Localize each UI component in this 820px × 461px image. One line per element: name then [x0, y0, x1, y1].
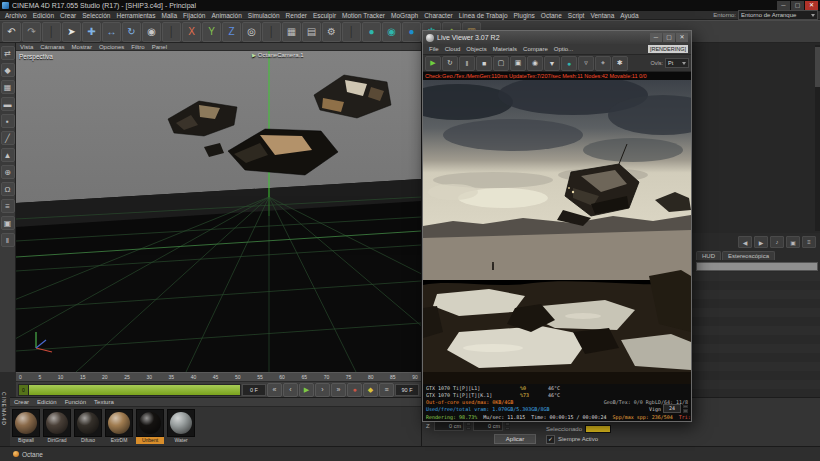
toolbar-icon[interactable]: ▤ — [302, 22, 321, 42]
menu-item[interactable]: Edición — [30, 12, 57, 19]
toolbar-icon[interactable]: ✚ — [82, 22, 101, 42]
toolbar-icon[interactable]: ↶ — [2, 22, 21, 42]
left-toolbar-icon[interactable]: ≡ — [1, 199, 15, 213]
view-label[interactable]: Perspectiva — [19, 53, 53, 60]
toolbar-icon[interactable]: ↻ — [122, 22, 141, 42]
transport-button[interactable]: ◆ — [363, 383, 378, 397]
transport-button[interactable]: ● — [347, 383, 362, 397]
current-frame-marker[interactable]: 0 — [19, 385, 29, 395]
panel-icon[interactable]: ◀ — [738, 236, 752, 248]
lv-menu-item[interactable]: Cloud — [442, 46, 464, 52]
lv-toolbar-icon[interactable]: ● — [561, 56, 577, 71]
menu-item[interactable]: Crear — [57, 12, 79, 19]
material-menu-item[interactable]: Edición — [37, 399, 57, 405]
left-toolbar-icon[interactable]: ⊕ — [1, 165, 15, 179]
toolbar-icon[interactable]: ● — [402, 22, 421, 42]
left-toolbar-icon[interactable]: ╱ — [1, 131, 15, 145]
menu-item[interactable]: Simulación — [245, 12, 283, 19]
menu-item[interactable]: Fijación — [180, 12, 208, 19]
lv-toolbar-icon[interactable]: ▣ — [510, 56, 526, 71]
lv-menu-item[interactable]: Compare — [520, 46, 551, 52]
panel-icon[interactable]: ▣ — [786, 236, 800, 248]
panel-tab[interactable]: HUD — [696, 251, 721, 260]
toolbar-icon[interactable]: X — [182, 22, 201, 42]
toolbar-icon[interactable]: ↷ — [22, 22, 41, 42]
size-stepper[interactable] — [505, 422, 510, 430]
selected-color-swatch[interactable] — [585, 425, 611, 433]
panel-tab[interactable]: Estereoscópica — [722, 251, 775, 260]
menu-item[interactable]: Selección — [79, 12, 113, 19]
panel-icon[interactable]: ♪ — [770, 236, 784, 248]
toolbar-icon[interactable]: ● — [362, 22, 381, 42]
left-toolbar-icon[interactable]: ▦ — [1, 80, 15, 94]
material-name[interactable]: DirtGrad — [43, 437, 71, 444]
lv-toolbar-icon[interactable]: ■ — [476, 56, 492, 71]
position-field[interactable]: 0 cm — [434, 421, 464, 431]
menu-item[interactable]: Ventana — [587, 12, 617, 19]
left-toolbar-icon[interactable]: ▬ — [1, 97, 15, 111]
transport-button[interactable]: › — [315, 383, 330, 397]
material-thumbnail[interactable] — [74, 409, 102, 437]
left-toolbar-icon[interactable]: ▲ — [1, 148, 15, 162]
material-item[interactable]: Unbent — [136, 409, 164, 444]
panel-icon[interactable]: ≡ — [802, 236, 816, 248]
material-thumbnail[interactable] — [43, 409, 71, 437]
menu-item[interactable]: Herramientas — [113, 12, 158, 19]
minimize-button[interactable]: ─ — [777, 1, 790, 10]
left-toolbar-icon[interactable]: ▣ — [1, 216, 15, 230]
scrollbar-thumb[interactable] — [815, 47, 820, 87]
viewport-menu-item[interactable]: Opciones — [99, 44, 124, 50]
lv-toolbar-icon[interactable]: ◉ — [527, 56, 543, 71]
material-name[interactable]: Bigwall — [12, 437, 40, 444]
toolbar-icon[interactable]: Z — [222, 22, 241, 42]
material-name[interactable]: Unbent — [136, 437, 164, 444]
lv-toolbar-icon[interactable]: ▼ — [544, 56, 560, 71]
timeline-ruler[interactable]: 051015202530354045505560657075808590 — [16, 372, 421, 381]
render-image[interactable] — [423, 80, 691, 384]
transport-button[interactable]: « — [267, 383, 282, 397]
left-toolbar-icon[interactable]: ▪ — [1, 114, 15, 128]
material-item[interactable]: DirtGrad — [43, 409, 71, 444]
material-item[interactable]: Water — [167, 409, 195, 444]
lv-maximize-button[interactable]: ▢ — [663, 33, 675, 42]
size-field[interactable]: 0 cm — [473, 421, 503, 431]
menu-item[interactable]: Animación — [208, 12, 244, 19]
timeline-range-bar[interactable]: 0 — [18, 384, 241, 396]
viewport-canvas[interactable]: Perspectiva ▶ OctaneCamera.1 — [16, 51, 421, 372]
menu-item[interactable]: Character — [421, 12, 456, 19]
viewport-menu-item[interactable]: Cámaras — [40, 44, 64, 50]
apply-button[interactable]: Aplicar — [494, 434, 536, 444]
toolbar-icon[interactable]: │ — [342, 22, 361, 42]
always-active-checkbox[interactable]: ✓ — [546, 435, 555, 444]
menu-item[interactable]: Esculpir — [310, 12, 339, 19]
material-name[interactable]: Water — [167, 437, 195, 444]
menu-item[interactable]: Octane — [538, 12, 565, 19]
lv-toolbar-icon[interactable]: ✱ — [612, 56, 628, 71]
transport-button[interactable]: ▶ — [299, 383, 314, 397]
layout-dropdown[interactable]: Entorno de Arranque — [738, 10, 818, 20]
material-item[interactable]: Bigwall — [12, 409, 40, 444]
toolbar-icon[interactable]: ⚙ — [322, 22, 341, 42]
material-menu-item[interactable]: Función — [65, 399, 86, 405]
overlays-dropdown[interactable]: Pt — [665, 58, 689, 68]
toolbar-icon[interactable]: │ — [162, 22, 181, 42]
transport-button[interactable]: ‹ — [283, 383, 298, 397]
menu-item[interactable]: Línea de Trabajo — [456, 12, 511, 19]
left-toolbar-icon[interactable]: ‖ — [1, 233, 15, 247]
lv-toolbar-icon[interactable]: ▢ — [493, 56, 509, 71]
material-thumbnail[interactable] — [167, 409, 195, 437]
material-thumbnail[interactable] — [12, 409, 40, 437]
lv-menu-item[interactable]: Optio... — [551, 46, 576, 52]
menu-item[interactable]: Ayuda — [617, 12, 641, 19]
toolbar-icon[interactable]: ↔ — [102, 22, 121, 42]
material-thumbnail[interactable] — [136, 409, 164, 437]
material-name[interactable]: Difuso — [74, 437, 102, 444]
menu-item[interactable]: MoGraph — [388, 12, 421, 19]
material-menu-item[interactable]: Crear — [14, 399, 29, 405]
menu-item[interactable]: Motion Tracker — [339, 12, 388, 19]
material-name[interactable]: ExtrDM — [105, 437, 133, 444]
lv-toolbar-icon[interactable]: ▿ — [578, 56, 594, 71]
toolbar-icon[interactable]: ◉ — [142, 22, 161, 42]
lv-toolbar-icon[interactable]: ⌖ — [595, 56, 611, 71]
position-stepper[interactable] — [466, 422, 471, 430]
